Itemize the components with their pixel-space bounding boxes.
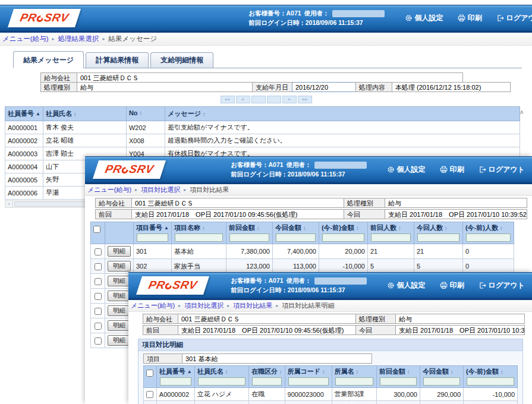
- column-header-message[interactable]: メッセージ↕: [165, 107, 520, 121]
- tab-calc-result-info[interactable]: 計算結果情報: [86, 52, 149, 68]
- column-header-curr-amount[interactable]: 今回金額↕: [420, 366, 463, 388]
- column-header-dept-code[interactable]: 所属コード↕: [285, 366, 332, 388]
- filter-input-prev-amount[interactable]: [380, 377, 417, 386]
- chevron-right-icon: ▸: [227, 303, 229, 308]
- breadcrumb-menu-link[interactable]: メニュー(給与): [87, 185, 131, 194]
- column-header-no[interactable]: No↕: [126, 107, 165, 121]
- column-header-dept-name[interactable]: 所属名↕: [332, 366, 376, 388]
- column-header-curr-amount[interactable]: 今回金額↕: [272, 222, 319, 244]
- breadcrumb-item-compare-select-link[interactable]: 項目対比選択: [184, 301, 223, 310]
- detail-button[interactable]: 明細: [108, 276, 131, 286]
- detail-button[interactable]: 明細: [108, 335, 131, 346]
- column-header-prev-count[interactable]: 前回人数↕: [367, 222, 414, 244]
- column-header-item-no[interactable]: 項目番号▲: [134, 222, 172, 244]
- select-all-checkbox[interactable]: [93, 226, 100, 233]
- filter-input-diff-amount[interactable]: [467, 377, 514, 386]
- column-header-item-name[interactable]: 項目名称↕: [171, 222, 226, 244]
- tab-payment-detail-info[interactable]: 支給明細情報: [150, 52, 213, 68]
- customer-number: お客様番号：A071: [248, 9, 301, 18]
- print-button[interactable]: 印刷: [440, 165, 464, 175]
- filter-input-dept-code[interactable]: [288, 377, 329, 386]
- scroll-up-arrow-icon[interactable]: ∧: [520, 109, 524, 115]
- print-button[interactable]: 印刷: [458, 13, 482, 23]
- chevron-right-icon: ▸: [184, 187, 186, 192]
- logout-button[interactable]: ログアウト: [479, 165, 525, 175]
- row-checkbox[interactable]: [146, 391, 153, 398]
- filter-input-prev-amount[interactable]: [229, 233, 269, 242]
- breadcrumb-menu-link[interactable]: メニュー(給与): [2, 34, 48, 43]
- column-header-curr-count[interactable]: 今回人数↕: [414, 222, 462, 244]
- pager-page-box[interactable]: [267, 96, 281, 103]
- breadcrumb-current: 項目対比結果明細: [282, 301, 334, 310]
- filter-input-item-name[interactable]: [175, 233, 223, 242]
- logo-text-pr: PR: [19, 11, 38, 24]
- column-header-employee-no[interactable]: 社員番号▲: [5, 107, 43, 121]
- personal-settings-button[interactable]: 個人設定: [387, 165, 426, 175]
- column-header-employment-status[interactable]: 在職区分↕: [249, 366, 285, 388]
- column-header-employee-name[interactable]: 社員氏名↕: [43, 107, 126, 121]
- breadcrumb-process-result-link[interactable]: 処理結果選択: [58, 34, 99, 43]
- pager-last-button[interactable]: »»: [298, 96, 312, 103]
- column-header-diff-amount[interactable]: (今-前)金額↕: [319, 222, 367, 244]
- pager-next-button[interactable]: »: [282, 96, 297, 103]
- breadcrumb-current: 結果メッセージ: [109, 34, 158, 43]
- pagination: «« « » »»: [221, 96, 312, 103]
- detail-button[interactable]: 明細: [108, 305, 131, 316]
- filter-input-dept-name[interactable]: [335, 377, 373, 386]
- column-header-diff-count[interactable]: (今-前)人数↕: [462, 222, 514, 244]
- filter-input-diff-amount[interactable]: [322, 233, 364, 242]
- detail-button[interactable]: 明細: [108, 246, 131, 257]
- print-button[interactable]: 印刷: [440, 280, 464, 291]
- pager-first-button[interactable]: ««: [221, 96, 235, 103]
- column-header-prev-amount[interactable]: 前回金額↕: [376, 366, 420, 388]
- filter-input-curr-amount[interactable]: [276, 233, 316, 242]
- process-summary-form: 給与会社 001 三菱総研ＤＣＳ 処理種別 給与 支給年月日 2016/12/2…: [40, 72, 532, 92]
- user-name-redacted: [314, 277, 367, 285]
- detail-button[interactable]: 明細: [108, 320, 131, 331]
- breadcrumb-item-compare-result-link[interactable]: 項目対比結果: [233, 301, 272, 310]
- sort-asc-icon: ▲: [187, 369, 192, 374]
- row-checkbox[interactable]: [95, 323, 102, 330]
- logout-icon: [479, 166, 486, 173]
- filter-input-curr-count[interactable]: [417, 233, 459, 242]
- filter-input-prev-count[interactable]: [371, 233, 411, 242]
- filter-input-curr-amount[interactable]: [423, 377, 460, 386]
- filter-input-employee-no[interactable]: [160, 377, 191, 386]
- detail-button[interactable]: 明細: [108, 261, 131, 272]
- sort-icon: ↕: [322, 369, 325, 375]
- row-checkbox[interactable]: [95, 278, 102, 285]
- logout-button[interactable]: ログアウト: [496, 13, 532, 23]
- detail-button[interactable]: 明細: [108, 291, 131, 301]
- breadcrumb: メニュー(給与) ▸ 処理結果選択 ▸ 結果メッセージ: [0, 33, 532, 46]
- account-info: お客様番号：A071使用者： 前回ログイン日時：2018/09/06 11:15…: [231, 276, 366, 295]
- pager-page-box[interactable]: [251, 96, 266, 103]
- scroll-left-button[interactable]: ‹: [5, 201, 13, 207]
- row-checkbox[interactable]: [95, 263, 102, 270]
- column-header-employee-no[interactable]: 社員番号▲: [156, 366, 194, 388]
- filter-input-diff-count[interactable]: [466, 233, 511, 242]
- breadcrumb-menu-link[interactable]: メニュー(給与): [131, 301, 175, 310]
- filter-input-employment-status[interactable]: [252, 377, 282, 386]
- payroll-company-value: 001 三菱総研ＤＣＳ: [77, 72, 463, 83]
- personal-settings-button[interactable]: 個人設定: [387, 280, 426, 291]
- tab-result-message[interactable]: 結果メッセージ: [13, 51, 84, 68]
- column-header-prev-amount[interactable]: 前回金額↕: [226, 222, 272, 244]
- select-all-checkbox[interactable]: [146, 370, 153, 377]
- pager-prev-button[interactable]: «: [236, 96, 250, 103]
- filter-input-item-no[interactable]: [137, 233, 168, 242]
- row-checkbox[interactable]: [95, 308, 102, 315]
- filter-input-employee-name[interactable]: [198, 377, 245, 386]
- row-checkbox[interactable]: [95, 337, 102, 345]
- compare-summary-form: 給与会社 001 三菱総研ＤＣＳ 処理種別 給与 前回 支給日 2017/01/…: [95, 198, 532, 219]
- column-header-employee-name[interactable]: 社員氏名↕: [194, 366, 248, 388]
- personal-settings-button[interactable]: 個人設定: [405, 13, 443, 23]
- gear-icon: [405, 14, 413, 22]
- process-type-value: 給与: [385, 198, 527, 208]
- logout-button[interactable]: ログアウト: [479, 280, 525, 291]
- breadcrumb-item-compare-select-link[interactable]: 項目対比選択: [141, 185, 180, 194]
- column-header-diff-amount[interactable]: (今-前)金額↕: [464, 366, 518, 388]
- row-checkbox[interactable]: [95, 248, 102, 255]
- breadcrumb: メニュー(給与) ▸ 項目対比選択 ▸ 項目対比結果: [85, 184, 532, 196]
- row-checkbox[interactable]: [95, 293, 102, 300]
- current-value: 支給日 2017/01/18 OP日 2017/01/10 10:39:52(仮…: [385, 209, 527, 219]
